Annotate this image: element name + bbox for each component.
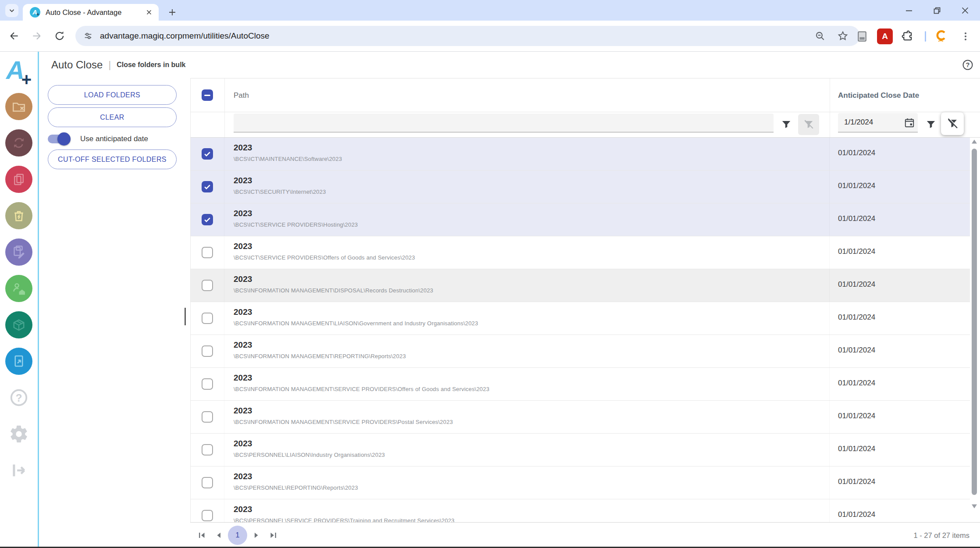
sidebar-item-help[interactable]: ? [5,384,32,411]
next-page-button[interactable] [248,527,265,544]
table-row[interactable]: 2023 \BCS\ICT\SERVICE PROVIDERS\Hosting\… [191,203,970,236]
table-row[interactable]: 2023 \BCS\INFORMATION MANAGEMENT\REPORTI… [191,335,970,368]
use-anticipated-date-toggle[interactable] [48,135,69,143]
minimize-button[interactable] [895,0,923,21]
browser-window: A+ Auto Close - Advantage advantage.mag [0,0,980,548]
new-tab-button[interactable] [166,6,179,19]
table-row[interactable]: 2023 \BCS\PERSONNEL\SERVICE PROVIDERS\Tr… [191,499,970,523]
sidebar-item-user-home[interactable] [5,275,32,302]
clear-button[interactable]: CLEAR [48,107,177,127]
forward-arrow-icon [31,30,43,42]
table-row[interactable]: 2023 \BCS\ICT\SECURITY\Internet\2023 01/… [191,171,970,203]
load-folders-button[interactable]: LOAD FOLDERS [48,85,177,105]
sidebar-item-disposal-bin[interactable] [5,202,32,229]
date-clear-filter-button[interactable] [941,112,964,135]
folder-path: \BCS\INFORMATION MANAGEMENT\SERVICE PROV… [234,386,829,392]
sidebar-item-documents[interactable] [5,166,32,193]
path-filter-input[interactable] [234,114,774,132]
user-home-icon [11,281,27,296]
sidebar-item-close-folders[interactable] [5,93,32,120]
current-page-button[interactable]: 1 [228,526,247,545]
table-row[interactable]: 2023 \BCS\ICT\SERVICE PROVIDERS\Offers o… [191,236,970,269]
table-row[interactable]: 2023 \BCS\INFORMATION MANAGEMENT\DISPOSA… [191,269,970,302]
row-checkbox[interactable] [202,181,213,192]
browser-menu-kebab-icon[interactable] [955,26,976,46]
select-all-checkbox[interactable] [202,89,213,101]
row-checkbox[interactable] [202,345,213,357]
cutoff-selected-folders-button[interactable]: CUT-OFF SELECTED FOLDERS [48,149,177,169]
path-column-header[interactable]: Path [234,91,249,100]
sidebar-item-settings[interactable] [5,420,32,448]
toolbar-divider [925,31,926,42]
row-checkbox[interactable] [202,477,213,488]
row-checkbox[interactable] [202,148,213,160]
advantage-logo[interactable]: A+ [5,57,32,85]
main-area: Auto Close | Close folders in bulk ? LOA… [39,52,980,548]
sidebar-item-recycle-records[interactable] [5,129,32,157]
toggle-label: Use anticipated date [80,135,148,143]
folder-path: \BCS\INFORMATION MANAGEMENT\SERVICE PROV… [234,419,829,425]
table-row[interactable]: 2023 \BCS\PERSONNEL\LIAISON\Industry Org… [191,434,970,466]
window-controls [895,0,979,21]
site-info-icon[interactable] [83,31,93,41]
url-text[interactable]: advantage.magiq.corpmem/utilities/AutoCl… [100,31,814,41]
tab-search-button[interactable] [5,4,18,17]
row-checkbox[interactable] [202,444,213,455]
row-checkbox[interactable] [202,411,213,423]
tab-close-icon[interactable] [146,9,153,16]
check-icon [203,149,212,158]
advantage-app: A+ ? Auto Close | Close folders in bulk … [0,52,980,548]
restore-button[interactable] [923,0,951,21]
orange-extension-icon[interactable] [932,26,952,46]
reload-button[interactable] [50,26,69,46]
first-page-button[interactable] [194,527,210,544]
row-checkbox[interactable] [202,378,213,390]
table-row[interactable]: 2023 \BCS\PERSONNEL\REPORTING\Reports\20… [191,466,970,499]
table-row[interactable]: 2023 \BCS\INFORMATION MANAGEMENT\LIAISON… [191,302,970,335]
last-page-button[interactable] [265,527,281,544]
sidebar-item-edit-documents[interactable] [5,238,32,266]
row-checkbox[interactable] [202,280,213,291]
path-filter-button[interactable] [777,115,795,134]
grid-header-row: Path Anticipated Close Date [191,78,980,112]
date-filter-button[interactable] [922,115,940,134]
edit-documents-icon [11,244,27,260]
row-checkbox[interactable] [202,247,213,258]
close-button[interactable] [951,0,979,21]
reading-list-icon[interactable] [852,26,872,46]
table-row[interactable]: 2023 \BCS\ICT\MAINTENANCE\Software\2023 … [191,138,970,171]
row-checkbox[interactable] [202,510,213,521]
row-checkbox[interactable] [202,214,213,225]
sidebar-item-archive-box[interactable] [5,311,32,338]
folder-title: 2023 [234,209,829,218]
back-button[interactable] [4,26,24,46]
extensions-puzzle-icon[interactable] [898,26,918,46]
scroll-up-icon[interactable] [971,139,977,144]
browser-tab[interactable]: A+ Auto Close - Advantage [23,4,159,21]
calendar-button[interactable] [904,117,915,128]
sidebar-item-export-document[interactable] [5,348,32,375]
table-row[interactable]: 2023 \BCS\INFORMATION MANAGEMENT\SERVICE… [191,368,970,401]
bookmark-star-icon[interactable] [837,30,849,42]
path-clear-filter-button-disabled[interactable] [798,114,819,135]
items-count-label: 1 - 27 of 27 items [914,531,969,540]
scrollbar-thumb[interactable] [972,149,977,495]
forward-button[interactable] [27,26,46,46]
row-checkbox[interactable] [202,313,213,324]
date-filter-input[interactable] [838,113,899,132]
folder-path: \BCS\ICT\SERVICE PROVIDERS\Offers of Goo… [234,254,829,261]
close-date-column-header[interactable]: Anticipated Close Date [838,91,919,100]
table-row[interactable]: 2023 \BCS\INFORMATION MANAGEMENT\SERVICE… [191,401,970,434]
folder-title: 2023 [234,274,829,284]
pdf-extension-icon[interactable]: A [875,26,895,46]
help-button[interactable]: ? [962,59,974,71]
scroll-down-icon[interactable] [971,504,977,509]
sidebar-item-logout[interactable] [5,457,32,484]
grid-scrollbar[interactable] [971,138,978,521]
first-page-icon [198,532,206,539]
zoom-indicator-icon[interactable] [814,30,826,42]
folder-path: \BCS\ICT\SERVICE PROVIDERS\Hosting\2023 [234,221,829,228]
previous-page-button[interactable] [210,527,227,544]
address-bar[interactable]: advantage.magiq.corpmem/utilities/AutoCl… [75,26,860,46]
check-icon [203,182,212,191]
